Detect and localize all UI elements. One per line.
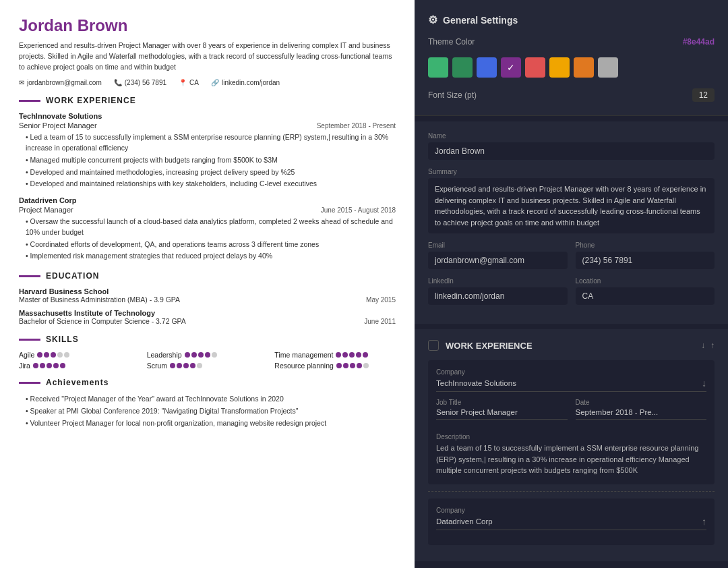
sort-down-icon[interactable]: ↓ <box>701 341 705 350</box>
edu-row-1: Master of Business Administration (MBA) … <box>19 295 396 304</box>
work-company-value-1[interactable]: TechInnovate Solutions <box>436 379 516 387</box>
education-title: EDUCATION <box>46 271 99 281</box>
dot <box>212 352 217 358</box>
skill-resource-planning-dots <box>336 363 369 368</box>
section-actions: ↓ ↑ <box>701 341 715 350</box>
dot <box>177 363 182 368</box>
font-size-row: Font Size (pt) 12 <box>428 88 715 102</box>
swatch-purple[interactable] <box>501 57 521 78</box>
location-contact: 📍 CA <box>179 79 199 86</box>
company-name-2: Datadriven Corp <box>19 196 396 204</box>
gear-icon: ⚙ <box>428 13 437 26</box>
work-title-label-1: Job Title <box>436 399 568 406</box>
email-label: Email <box>428 242 568 249</box>
dot <box>57 352 63 358</box>
bullet-1-4: Developed and maintained relationships w… <box>26 179 396 190</box>
dot <box>357 363 362 368</box>
work-company-value-2[interactable]: Datadriven Corp <box>436 517 493 526</box>
swatch-green2[interactable] <box>452 57 473 78</box>
swatch-red[interactable] <box>525 57 545 78</box>
resume-contact: ✉ jordanbrown@gmail.com 📞 (234) 56 7891 … <box>19 79 396 86</box>
resume-panel: Jordan Brown Experienced and results-dri… <box>0 0 415 568</box>
skills-header: SKILLS <box>19 335 396 344</box>
entry-divider <box>428 491 715 492</box>
phone-label: Phone <box>576 242 715 249</box>
dot <box>197 363 202 368</box>
email-contact: ✉ jordanbrown@gmail.com <box>19 79 102 86</box>
font-size-input[interactable]: 12 <box>692 88 715 102</box>
expand-icon-1[interactable]: ↓ <box>702 378 706 389</box>
swatch-blue[interactable] <box>477 57 497 78</box>
expand-icon-2[interactable]: ↑ <box>702 516 706 527</box>
work-section-checkbox[interactable] <box>428 340 439 351</box>
summary-field-group: Summary Experienced and results-driven P… <box>428 168 715 233</box>
dot <box>190 363 195 368</box>
name-field[interactable]: Jordan Brown <box>428 142 715 160</box>
dot <box>53 363 59 368</box>
linkedin-contact: 🔗 linkedin.com/jordan <box>211 79 280 86</box>
skill-scrum: Scrum <box>147 362 268 370</box>
dot <box>343 363 348 368</box>
company-name-1: TechInnovate Solutions <box>19 112 396 120</box>
linkedin-field[interactable]: linkedin.com/jordan <box>428 287 568 305</box>
general-settings-title: ⚙ General Settings <box>428 13 715 26</box>
email-phone-row: Email jordanbrown@gmail.com Phone (234) … <box>428 242 715 269</box>
color-swatches <box>428 57 715 78</box>
dot <box>363 352 368 358</box>
skill-leadership-label: Leadership <box>147 351 182 359</box>
skill-time-management: Time management <box>274 351 396 359</box>
phone-icon: 📞 <box>114 79 122 86</box>
skill-scrum-dots <box>170 363 202 368</box>
work-desc-field-1[interactable]: Led a team of 15 to successfully impleme… <box>436 443 706 476</box>
phone-contact: 📞 (234) 56 7891 <box>114 79 166 86</box>
skill-jira-dots <box>33 363 65 368</box>
dot <box>44 352 49 358</box>
dot <box>198 352 204 358</box>
work-experience-title: WORK EXPERIENCE <box>46 96 136 105</box>
dot <box>60 363 65 368</box>
dot <box>183 363 189 368</box>
bullet-2-2: Coordinated efforts of development, QA, … <box>26 239 396 250</box>
job-title-1: Senior Project Manager <box>19 121 97 130</box>
dot <box>336 352 341 358</box>
dot <box>64 352 69 358</box>
achievements-header: Achievements <box>19 378 396 387</box>
linkedin-location-row: LinkedIn linkedin.com/jordan Location CA <box>428 277 715 305</box>
edu-date-1: May 2015 <box>366 296 396 304</box>
work-date-group-1: Date September 2018 - Pre... <box>576 399 707 426</box>
summary-label: Summary <box>428 168 715 175</box>
dot <box>51 352 56 358</box>
location-field[interactable]: CA <box>576 287 715 305</box>
edu-divider <box>19 275 40 277</box>
swatch-green1[interactable] <box>428 57 448 78</box>
work-title-field-1[interactable]: Senior Project Manager <box>436 408 568 420</box>
linkedin-label: LinkedIn <box>428 277 568 285</box>
skill-scrum-label: Scrum <box>147 362 167 370</box>
edu-entry-2: Massachusetts Institute of Technology Ba… <box>19 309 396 325</box>
dot <box>350 363 355 368</box>
achievement-1: Received "Project Manager of the Year" a… <box>26 394 396 405</box>
work-date-label-1: Date <box>576 399 707 406</box>
dot <box>356 352 361 358</box>
work-experience-section-label: WORK EXPERIENCE <box>446 341 533 351</box>
bullet-list-1: Led a team of 15 to successfully impleme… <box>19 132 396 190</box>
email-field[interactable]: jordanbrown@gmail.com <box>428 252 568 269</box>
email-field-group: Email jordanbrown@gmail.com <box>428 242 568 269</box>
phone-field[interactable]: (234) 56 7891 <box>576 252 715 269</box>
edu-degree-2: Bachelor of Science in Computer Science … <box>19 317 186 325</box>
sort-up-icon[interactable]: ↑ <box>710 341 715 350</box>
summary-field[interactable]: Experienced and results-driven Project M… <box>428 178 715 233</box>
dot <box>37 352 42 358</box>
phone-field-group: Phone (234) 56 7891 <box>576 242 715 269</box>
theme-color-label: Theme Color <box>428 37 475 47</box>
edu-inst-1: Harvard Business School <box>19 287 396 295</box>
bullet-2-3: Implemented risk management strategies t… <box>26 251 396 262</box>
swatch-orange[interactable] <box>574 57 594 78</box>
education-header: EDUCATION <box>19 271 396 281</box>
work-entry-1: TechInnovate Solutions Senior Project Ma… <box>19 112 396 190</box>
location-icon: 📍 <box>179 79 187 86</box>
work-date-field-1[interactable]: September 2018 - Pre... <box>576 408 707 420</box>
achievements-divider <box>19 382 40 384</box>
swatch-gray[interactable] <box>598 57 618 78</box>
swatch-yellow[interactable] <box>549 57 570 78</box>
